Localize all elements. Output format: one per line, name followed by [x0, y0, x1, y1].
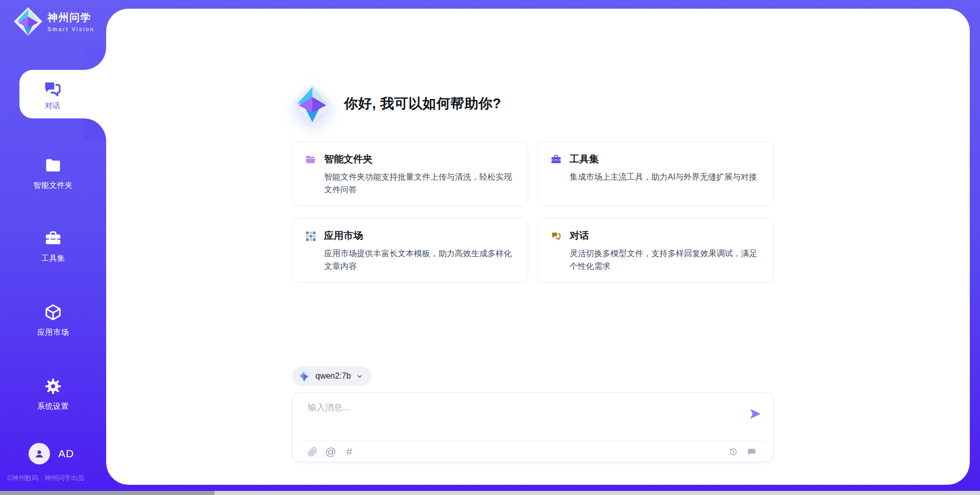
- card-header: 应用市场: [305, 229, 516, 242]
- message-composer: @ #: [292, 392, 774, 462]
- greeting-block: 你好, 我可以如何帮助你?: [292, 83, 501, 124]
- hash-button[interactable]: #: [342, 445, 356, 458]
- brand-logo-icon: [13, 7, 43, 36]
- sidebar-item-chat[interactable]: 对话: [19, 70, 106, 118]
- card-app-market[interactable]: 应用市场 应用市场提供丰富长文本模板，助力高效生成多样化文章内容: [292, 218, 528, 283]
- send-button[interactable]: [748, 406, 765, 422]
- card-title: 应用市场: [324, 229, 363, 242]
- sidebar-item-label: 系统设置: [0, 402, 106, 411]
- model-logo-icon: [298, 370, 310, 382]
- card-toolset[interactable]: 工具集 集成市场上主流工具，助力AI与外界无缝扩展与对接: [537, 141, 774, 206]
- mention-button[interactable]: @: [324, 445, 337, 458]
- history-icon: [728, 447, 738, 457]
- brand-name: 神州问学: [47, 11, 94, 24]
- card-description: 智能文件夹功能支持批量文件上传与清洗，轻松实现文件问答: [324, 170, 516, 196]
- hero-logo-icon: [292, 83, 333, 124]
- composer-toolbar: @ #: [306, 441, 763, 462]
- active-tab-curve-bottom: [84, 118, 106, 141]
- card-title: 工具集: [570, 153, 599, 166]
- folder-open-icon: [305, 154, 316, 165]
- app-root: 神州问学 Smart Vision 对话 智能文件夹 工具集 应用市场 系统设置: [0, 0, 980, 495]
- sidebar-item-label: 工具集: [0, 254, 106, 263]
- history-button[interactable]: [726, 445, 740, 458]
- message-input[interactable]: [308, 402, 731, 433]
- attach-file-button[interactable]: [306, 445, 319, 458]
- brand-text: 神州问学 Smart Vision: [47, 11, 94, 32]
- sidebar-footer: ©神州数码 · 神州问学出品: [7, 474, 84, 483]
- greeting-title: 你好, 我可以如何帮助你?: [344, 94, 501, 113]
- chat-bubble-icon: [747, 447, 756, 457]
- card-description: 应用市场提供丰富长文本模板，助力高效生成多样化文章内容: [324, 247, 516, 273]
- sidebar-item-app-market[interactable]: 应用市场: [0, 303, 106, 337]
- chat-icon: [42, 78, 63, 100]
- main-panel: 你好, 我可以如何帮助你? 智能文件夹 智能文件夹功能支持批量文件上传与清洗，轻…: [106, 9, 970, 485]
- brand: 神州问学 Smart Vision: [13, 7, 94, 36]
- avatar: [29, 443, 50, 464]
- sidebar: 神州问学 Smart Vision 对话 智能文件夹 工具集 应用市场 系统设置: [0, 0, 106, 495]
- send-icon: [748, 407, 763, 421]
- gear-icon: [44, 388, 62, 397]
- card-chat[interactable]: 对话 灵活切换多模型文件，支持多样回复效果调试，满足个性化需求: [537, 218, 774, 283]
- model-name: qwen2:7b: [315, 372, 351, 381]
- chat-icon: [550, 230, 562, 242]
- folder-icon: [44, 167, 62, 176]
- card-description: 集成市场上主流工具，助力AI与外界无缝扩展与对接: [570, 170, 761, 183]
- sidebar-item-smart-folder[interactable]: 智能文件夹: [0, 156, 106, 190]
- feature-cards: 智能文件夹 智能文件夹功能支持批量文件上传与清洗，轻松实现文件问答 工具集 集成…: [292, 141, 774, 283]
- card-description: 灵活切换多模型文件，支持多样回复效果调试，满足个性化需求: [570, 247, 761, 273]
- paperclip-icon: [308, 447, 317, 457]
- card-header: 智能文件夹: [305, 153, 516, 166]
- sidebar-item-toolset[interactable]: 工具集: [0, 229, 106, 263]
- card-header: 对话: [550, 229, 761, 242]
- horizontal-scrollbar[interactable]: [0, 491, 980, 495]
- cube-icon: [44, 314, 62, 323]
- person-icon: [33, 448, 45, 460]
- brand-subtitle: Smart Vision: [47, 26, 94, 32]
- active-tab-curve-top: [84, 47, 106, 70]
- briefcase-icon: [550, 154, 562, 165]
- scrollbar-thumb[interactable]: [0, 491, 214, 495]
- card-smart-folder[interactable]: 智能文件夹 智能文件夹功能支持批量文件上传与清洗，轻松实现文件问答: [292, 141, 528, 206]
- card-header: 工具集: [550, 153, 761, 166]
- chevron-down-icon: [356, 373, 363, 380]
- sidebar-item-system-settings[interactable]: 系统设置: [0, 377, 106, 411]
- user-initials: AD: [58, 448, 74, 460]
- briefcase-icon: [44, 240, 62, 249]
- user-profile[interactable]: AD: [29, 443, 74, 464]
- quick-chat-button[interactable]: [745, 445, 758, 458]
- grid-icon: [305, 230, 316, 242]
- card-title: 智能文件夹: [324, 153, 373, 166]
- sidebar-item-label: 智能文件夹: [0, 181, 106, 190]
- card-title: 对话: [570, 229, 589, 242]
- sidebar-item-label: 应用市场: [0, 328, 106, 337]
- model-selector[interactable]: qwen2:7b: [292, 366, 372, 386]
- sidebar-item-label: 对话: [45, 101, 60, 111]
